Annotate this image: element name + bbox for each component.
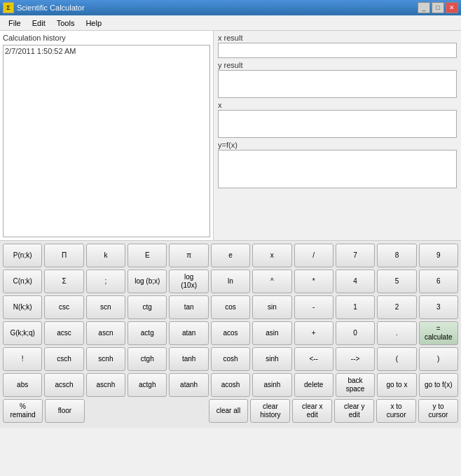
key-delete[interactable]: delete: [294, 373, 333, 397]
x-result-label: x result: [218, 34, 457, 42]
key-plus[interactable]: +: [294, 321, 333, 345]
key-1[interactable]: 1: [336, 295, 375, 319]
right-panel: x result y result x y=f(x): [214, 31, 461, 240]
maximize-button[interactable]: □: [432, 2, 444, 13]
key-dot[interactable]: .: [377, 321, 416, 345]
key-asin[interactable]: asin: [252, 321, 291, 345]
yfx-input[interactable]: [218, 150, 457, 188]
key-divide[interactable]: /: [294, 244, 333, 267]
x-input[interactable]: [218, 110, 457, 138]
key-x-to-cursor[interactable]: x tocursor: [376, 399, 416, 423]
key-sigma[interactable]: Σ: [44, 270, 83, 293]
key-pi[interactable]: π: [169, 244, 208, 267]
key-atanh[interactable]: atanh: [169, 373, 208, 397]
key-go-to-fx[interactable]: go to f(x): [419, 373, 458, 397]
key-acsc[interactable]: acsc: [44, 321, 83, 345]
key-pnk[interactable]: P(n;k): [3, 244, 42, 267]
menu-bar: File Edit Tools Help: [0, 15, 461, 31]
menu-file[interactable]: File: [3, 18, 27, 29]
y-result-label: y result: [218, 61, 457, 69]
key-power[interactable]: ^: [252, 270, 291, 293]
key-e[interactable]: e: [211, 244, 250, 267]
close-button[interactable]: ✕: [446, 2, 458, 13]
y-result-group: y result: [218, 61, 457, 98]
key-remainder[interactable]: %remaind: [3, 399, 43, 423]
key-clear-y-edit[interactable]: clear yedit: [334, 399, 374, 423]
key-minus[interactable]: -: [294, 295, 333, 319]
key-actg[interactable]: actg: [128, 321, 167, 345]
key-0[interactable]: 0: [336, 321, 375, 345]
key-factorial[interactable]: !: [3, 347, 42, 371]
menu-edit[interactable]: Edit: [27, 18, 51, 29]
key-empty-3: [168, 399, 207, 423]
keyboard-area: P(n;k) Π k E π e x / 7 8 9 C(n;k) Σ ; lo…: [0, 241, 461, 428]
key-open-paren[interactable]: (: [377, 347, 416, 371]
x-result-input[interactable]: [218, 43, 457, 58]
key-acos[interactable]: acos: [211, 321, 250, 345]
key-ascn[interactable]: ascn: [86, 321, 125, 345]
key-clear-all[interactable]: clear all: [209, 399, 249, 423]
key-e-upper[interactable]: E: [128, 244, 167, 267]
key-cos[interactable]: cos: [211, 295, 250, 319]
key-log-bx[interactable]: log (b;x): [128, 270, 167, 293]
key-cnk[interactable]: C(n;k): [3, 270, 42, 293]
y-result-input[interactable]: [218, 70, 457, 98]
key-acosh[interactable]: acosh: [211, 373, 250, 397]
key-sin[interactable]: sin: [252, 295, 291, 319]
minimize-button[interactable]: _: [418, 2, 430, 13]
key-5[interactable]: 5: [377, 270, 416, 293]
key-nkk[interactable]: N(k;k): [3, 295, 42, 319]
key-floor[interactable]: floor: [45, 399, 85, 423]
key-clear-history[interactable]: clearhistory: [250, 399, 290, 423]
key-actgh[interactable]: actgh: [128, 373, 167, 397]
key-right-arrow[interactable]: -->: [336, 347, 375, 371]
key-6[interactable]: 6: [419, 270, 458, 293]
key-3[interactable]: 3: [419, 295, 458, 319]
key-scn[interactable]: scn: [86, 295, 125, 319]
key-acsch[interactable]: acsch: [44, 373, 83, 397]
history-list[interactable]: 2/7/2011 1:50:52 AM: [3, 45, 210, 237]
key-left-arrow[interactable]: <--: [294, 347, 333, 371]
key-4[interactable]: 4: [336, 270, 375, 293]
key-go-to-x[interactable]: go to x: [377, 373, 416, 397]
key-8[interactable]: 8: [377, 244, 416, 267]
key-x[interactable]: x: [252, 244, 291, 267]
key-k[interactable]: k: [86, 244, 125, 267]
key-atan[interactable]: atan: [169, 321, 208, 345]
key-log10x[interactable]: log(10x): [169, 270, 208, 293]
key-ascnh[interactable]: ascnh: [86, 373, 125, 397]
key-2[interactable]: 2: [377, 295, 416, 319]
key-calculate[interactable]: =calculate: [419, 321, 458, 345]
key-abs[interactable]: abs: [3, 373, 42, 397]
key-asinh[interactable]: asinh: [252, 373, 291, 397]
key-pi-upper[interactable]: Π: [44, 244, 83, 267]
key-clear-x-edit[interactable]: clear xedit: [292, 399, 332, 423]
key-cosh[interactable]: cosh: [211, 347, 250, 371]
key-semicolon[interactable]: ;: [86, 270, 125, 293]
title-bar: Σ Scientific Calculator _ □ ✕: [0, 0, 461, 15]
key-backspace[interactable]: backspace: [336, 373, 375, 397]
key-y-to-cursor[interactable]: y tocursor: [418, 399, 458, 423]
key-tanh[interactable]: tanh: [169, 347, 208, 371]
key-gkkq[interactable]: G(k;k;q): [3, 321, 42, 345]
key-ctgh[interactable]: ctgh: [128, 347, 167, 371]
key-ln[interactable]: ln: [211, 270, 250, 293]
key-csc[interactable]: csc: [44, 295, 83, 319]
key-row-2: C(n;k) Σ ; log (b;x) log(10x) ln ^ * 4 5…: [3, 270, 458, 293]
key-multiply[interactable]: *: [294, 270, 333, 293]
key-row-7: %remaind floor clear all clearhistory cl…: [3, 399, 458, 423]
key-7[interactable]: 7: [336, 244, 375, 267]
key-sinh[interactable]: sinh: [252, 347, 291, 371]
key-9[interactable]: 9: [419, 244, 458, 267]
key-tan[interactable]: tan: [169, 295, 208, 319]
key-csch[interactable]: csch: [44, 347, 83, 371]
key-empty-2: [128, 399, 166, 423]
app-icon: Σ: [3, 2, 14, 13]
x-label: x: [218, 101, 457, 109]
window-controls: _ □ ✕: [418, 2, 458, 13]
key-scnh[interactable]: scnh: [86, 347, 125, 371]
menu-help[interactable]: Help: [80, 18, 107, 29]
key-ctg[interactable]: ctg: [128, 295, 167, 319]
menu-tools[interactable]: Tools: [51, 18, 81, 29]
key-close-paren[interactable]: ): [419, 347, 458, 371]
